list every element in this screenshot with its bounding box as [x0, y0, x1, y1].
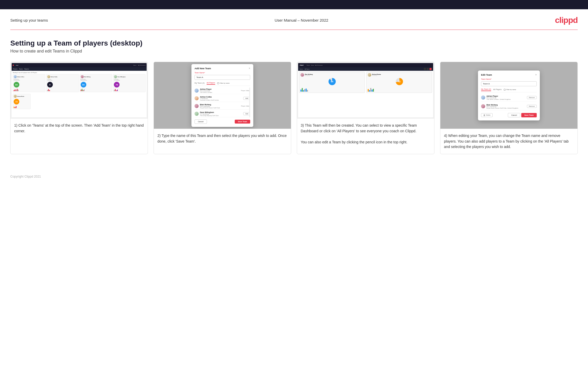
team-name-label: Team Name* — [195, 72, 250, 74]
header: Setting up your teams User Manual – Nove… — [0, 9, 588, 30]
player-added-badge: Player Added — [241, 90, 250, 91]
player-avatar — [481, 104, 485, 108]
modal-edit-title: Edit Team — [481, 74, 492, 76]
header-section-label: Setting up your teams — [10, 18, 48, 22]
copyright-text: Copyright Clippd 2021 — [10, 175, 41, 178]
tab-all-players[interactable]: All Players — [207, 82, 215, 85]
card-3-screenshot: clippd Players Teams My Performance Team… — [297, 62, 434, 119]
page-footer: Copyright Clippd 2021 — [0, 170, 588, 183]
page-content: Setting up a Team of players (desktop) H… — [0, 30, 588, 170]
edit-player-list: Adrian Player Plus Handicap The Shire Lo… — [481, 94, 537, 110]
edit-team-name-input[interactable] — [481, 81, 537, 86]
cards-row: clippd Teams My Performance Players Team… — [10, 62, 578, 154]
tab-all-players-edit[interactable]: All Players — [493, 89, 502, 91]
card-1-text: 1) Click on 'Teams' at the top of the sc… — [11, 119, 148, 154]
modal-add-footer: Cancel Save Team — [195, 119, 250, 124]
add-player-button[interactable]: Add — [243, 112, 250, 115]
card-2-screenshot: Add New Team × Team Name* My Team (2) Al… — [154, 62, 291, 129]
tab-my-team[interactable]: My Team (2) — [195, 82, 205, 84]
edit-cancel-button[interactable]: Cancel — [508, 113, 520, 117]
card-1-screenshot: clippd Teams My Performance Players Team… — [11, 62, 148, 119]
filter-by-name: Filter by name — [217, 82, 230, 84]
card-3-text: 3) This Team will then be created. You c… — [297, 119, 434, 154]
edit-save-team-button[interactable]: Save Team — [521, 113, 537, 117]
list-item: Adrian Coliba 1 Handicap Central London … — [195, 95, 250, 102]
trash-icon: 🗑 — [483, 114, 485, 116]
modal-edit-close-icon[interactable]: × — [535, 74, 537, 76]
player-info: Adrian Player Plus Handicap The Shire Lo… — [486, 95, 526, 100]
list-item: Dave Billingham 1.5 Handicap The Ding Ma… — [195, 111, 250, 117]
player-avatar — [195, 104, 199, 108]
clippd-logo: clippd — [555, 15, 578, 25]
header-manual-label: User Manual – November 2022 — [275, 18, 328, 22]
top-bar — [0, 0, 588, 9]
team-name-input[interactable] — [195, 75, 250, 80]
filter-checkbox-edit[interactable] — [504, 89, 506, 91]
player-list: Adrian Player Plus Handicap The Shire Lo… — [195, 88, 250, 117]
edit-team-name-label: Team Name* — [481, 78, 537, 80]
page-title: Setting up a Team of players (desktop) — [10, 39, 578, 47]
tab-my-team-edit[interactable]: My Team (2) — [481, 88, 491, 91]
player-info: Dave Billingham 1.5 Handicap The Ding Ma… — [200, 111, 242, 116]
player-info: Adrian Coliba 1 Handicap Central London … — [200, 96, 242, 101]
edit-team-modal: Edit Team × Team Name* My Team (2) All P… — [478, 71, 540, 120]
add-team-modal: Add New Team × Team Name* My Team (2) Al… — [191, 64, 253, 127]
card-4-screenshot: Edit Team × Team Name* My Team (2) All P… — [440, 62, 577, 129]
card-2: Add New Team × Team Name* My Team (2) Al… — [154, 62, 291, 154]
save-team-button[interactable]: Save Team — [235, 120, 250, 124]
list-item: Blair McHarg Plus Handicap Royal North D… — [195, 103, 250, 110]
page-subtitle: How to create and edit Teams in Clippd — [10, 49, 578, 54]
list-item: Adrian Player Plus Handicap The Shire Lo… — [195, 88, 250, 94]
player-avatar — [195, 89, 199, 93]
list-item: Blair McHarg Plus Handicap Royal North D… — [481, 103, 537, 110]
player-avatar — [195, 112, 199, 116]
player-info: Blair McHarg Plus Handicap Royal North D… — [200, 104, 240, 109]
filter-checkbox[interactable] — [217, 82, 219, 84]
modal-add-title: Add New Team — [195, 67, 211, 70]
card-4: Edit Team × Team Name* My Team (2) All P… — [440, 62, 578, 154]
card-4-text: 4) When editing your Team, you can chang… — [440, 129, 577, 154]
player-info: Blair McHarg Plus Handicap Royal North D… — [486, 104, 526, 109]
player-added-badge: Player Added — [241, 105, 250, 107]
player-avatar — [195, 96, 199, 100]
player-avatar — [481, 95, 485, 100]
card-2-text: 2) Type the name of this Team and then s… — [154, 129, 291, 154]
delete-team-button[interactable]: 🗑 Delete — [481, 113, 493, 117]
filter-by-name-edit: Filter by name — [504, 89, 516, 91]
remove-player-button[interactable]: Remove — [527, 96, 537, 99]
player-info: Adrian Player Plus Handicap The Shire Lo… — [200, 88, 240, 93]
edit-modal-footer: 🗑 Delete Cancel Save Team — [481, 113, 537, 117]
add-player-button[interactable]: Add — [243, 97, 250, 100]
cancel-button[interactable]: Cancel — [195, 119, 207, 124]
list-item: Adrian Player Plus Handicap The Shire Lo… — [481, 94, 537, 102]
remove-player-button[interactable]: Remove — [527, 105, 537, 108]
card-1: clippd Teams My Performance Players Team… — [10, 62, 148, 154]
modal-add-close-icon[interactable]: × — [249, 67, 250, 70]
card-3: clippd Players Teams My Performance Team… — [297, 62, 434, 154]
